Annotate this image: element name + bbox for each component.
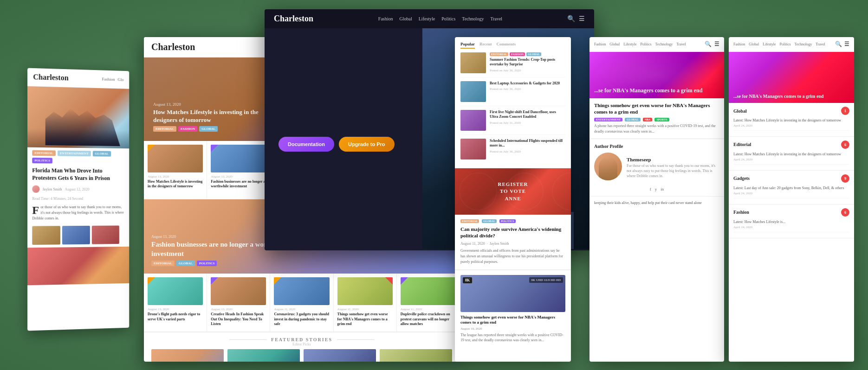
social-twitter[interactable]: y	[655, 187, 657, 191]
author-name[interactable]: Themeseep	[627, 157, 719, 162]
category-gadgets: Gadgets 9 Latest: Last day of Ann sale: …	[729, 171, 854, 204]
hd-badge: 8K UHD 16:9 HD HD	[529, 277, 563, 283]
cat-editorial-name[interactable]: Editorial	[733, 142, 751, 147]
cat-global-name[interactable]: Global	[733, 108, 747, 114]
hero1-date: August 13, 2020	[153, 102, 283, 107]
card1-title: How Matches Lifestyle is investing in th…	[148, 179, 203, 189]
p4-tag-fa[interactable]: FASHION	[510, 52, 525, 56]
cat-gadgets-name[interactable]: Gadgets	[733, 176, 750, 181]
social-facebook[interactable]: f	[650, 187, 651, 191]
cat-editorial-item[interactable]: Latest: How Matches Lifestyle is investi…	[733, 152, 849, 165]
panel3-logo: Charleston	[274, 14, 313, 24]
panel5-article-main: Things somehow get even worse for NBA's …	[589, 98, 724, 139]
documentation-button[interactable]: Documentation	[279, 137, 334, 152]
card-2[interactable]: August 13, 2020 Fashion businesses are n…	[207, 141, 270, 199]
tag-editorial[interactable]: EDITORIAL	[32, 150, 56, 156]
p3-nav-technology[interactable]: Technology	[462, 16, 484, 21]
tab-popular[interactable]: Popular	[460, 42, 475, 49]
cat-global-item[interactable]: Latest: How Matches Lifestyle is investi…	[733, 118, 849, 131]
featured-card-4[interactable]: August 12, 2020 Florida Man Who Drove In…	[380, 349, 452, 362]
card-1[interactable]: August 13, 2020 How Matches Lifestyle is…	[144, 141, 207, 199]
p4-article-4[interactable]: Scheduled International Flights suspende…	[460, 139, 565, 163]
p4-tag-ed[interactable]: EDITORIAL	[490, 52, 508, 56]
ba-tag-po[interactable]: POLITICS	[499, 219, 516, 223]
ba-author: Jaylen Smith	[490, 242, 509, 246]
card-6[interactable]: August 13, 2020 Drone's flight path need…	[144, 274, 207, 332]
card-7[interactable]: August 13, 2020 Creative Heads In Fashio…	[207, 274, 270, 332]
p5-nav-politics[interactable]: Politics	[641, 42, 652, 46]
panel5-hero-title[interactable]: ...se for NBA's Managers comes to a grim…	[594, 87, 719, 95]
nav-global[interactable]: Glo	[117, 77, 123, 82]
tab-comments[interactable]: Comments	[497, 42, 516, 49]
thumbnail-2[interactable]	[62, 226, 90, 245]
p5-nav-technology[interactable]: Technology	[655, 42, 673, 46]
p5-tag-gl[interactable]: GLOBAL	[625, 118, 641, 121]
p4-tag-gl[interactable]: GLOBAL	[526, 52, 541, 56]
p5-tag-nba[interactable]: NBA	[643, 118, 653, 121]
thumbnail-3[interactable]	[92, 226, 119, 244]
p4-article-3[interactable]: First live Night-shift End Dancefloor, u…	[460, 110, 565, 135]
p6-nav-fashion[interactable]: Fashion	[733, 42, 745, 46]
search-icon[interactable]: 🔍	[567, 15, 575, 23]
p6-nav-global[interactable]: Global	[749, 42, 759, 46]
p5-menu-icon[interactable]: ☰	[714, 41, 719, 48]
p5-nav-lifestyle[interactable]: Lifestyle	[623, 42, 636, 46]
vote-banner[interactable]: REGISTER To VOTE AnnE	[455, 168, 571, 215]
p4-article-1[interactable]: EDITORIAL FASHION GLOBAL Summer Fashion …	[460, 52, 565, 77]
featured-card-3[interactable]: August 12, 2020 Last day of Ann sale: 20…	[304, 349, 376, 362]
hero1-tag-fa[interactable]: FASHION	[178, 126, 197, 132]
cat-gadgets-item[interactable]: Latest: Last day of Ann sale: 20 gadgets…	[733, 185, 849, 198]
p5-search-icon[interactable]: 🔍	[705, 41, 712, 48]
p6-menu-icon[interactable]: ☰	[844, 41, 849, 48]
p6-nav-technology[interactable]: Technology	[795, 42, 812, 46]
p5-tag-ent[interactable]: ENTERTAINMENT	[594, 118, 622, 121]
p5-nav-fashion[interactable]: Fashion	[594, 42, 606, 46]
fc3-thumb	[304, 349, 376, 362]
ba-tag-ed[interactable]: EDITORIAL	[460, 219, 479, 223]
social-linkedin[interactable]: in	[661, 187, 664, 191]
panel6-hero-title[interactable]: ...se for NBA's Managers comes to a grim…	[733, 93, 849, 99]
p6-nav-lifestyle[interactable]: Lifestyle	[763, 42, 776, 46]
p4-article-2[interactable]: Best Laptop Accessories & Gadgets for 20…	[460, 81, 565, 106]
card-8[interactable]: August 11, 2020 Coronavirus: 3 gadgets y…	[270, 274, 333, 332]
nav-fashion[interactable]: Fashion	[102, 77, 115, 82]
menu-icon[interactable]: ☰	[579, 15, 585, 23]
tag-politics[interactable]: POLITICS	[32, 158, 52, 164]
p5-nba-title[interactable]: Things somehow get even worse for NBA's …	[594, 102, 719, 115]
p5-tag-sp[interactable]: SPORTS	[654, 118, 669, 121]
featured-card-2[interactable]: August 13, 2020 Fashion businesses are n…	[227, 349, 300, 362]
third-article-title[interactable]: Things somehow get even worse for NBA's …	[460, 315, 565, 325]
hero1-title[interactable]: How Matches Lifestyle is investing in th…	[153, 108, 283, 124]
p3-nav-lifestyle[interactable]: Lifestyle	[419, 16, 435, 21]
cat-fashion-name[interactable]: Fashion	[733, 210, 749, 215]
p5-nav-global[interactable]: Global	[609, 42, 620, 46]
hero1-tag-gl[interactable]: GLOBAL	[199, 126, 218, 132]
featured-card-1[interactable]: August 13, 2020 How Matches Lifestyle is…	[151, 349, 224, 362]
p3-nav-global[interactable]: Global	[400, 16, 412, 21]
card9-date: August 11, 2020	[337, 307, 393, 311]
p6-nav-politics[interactable]: Politics	[780, 42, 791, 46]
ba-tag-gl[interactable]: GLOBAL	[482, 219, 497, 223]
third-article-thumb: 8K 8K UHD 16:9 HD HD	[460, 275, 565, 312]
upgrade-button[interactable]: Upgrade to Pro	[339, 137, 394, 152]
p6-nav-travel[interactable]: Travel	[816, 42, 825, 46]
p3-nav-fashion[interactable]: Fashion	[378, 16, 393, 21]
p6-search-icon[interactable]: 🔍	[835, 41, 842, 48]
p5-nav-travel[interactable]: Travel	[676, 42, 686, 46]
hero2-tag-po[interactable]: POLITICS	[197, 261, 217, 266]
card-10[interactable]: August 11, 2020 Dupleville police crackd…	[397, 274, 460, 332]
cat-fashion-item[interactable]: Latest: How Matches Lifestyle is... Apri…	[733, 219, 849, 232]
tab-recent[interactable]: Recent	[479, 42, 492, 49]
hero1-tag-ed[interactable]: EDITORIAL	[153, 126, 176, 132]
p3-nav-politics[interactable]: Politics	[441, 16, 455, 21]
tag-global[interactable]: GLOBAL	[93, 151, 111, 156]
card-9[interactable]: August 11, 2020 Things somehow get even …	[334, 274, 397, 332]
tag-entertainment[interactable]: ENTERTAINMENT	[58, 150, 91, 156]
featured-subtitle: Editor Picks	[292, 342, 311, 346]
hero2-tag-ed[interactable]: EDITORIAL	[151, 261, 175, 266]
p4-info-2: Best Laptop Accessories & Gadgets for 20…	[490, 81, 565, 102]
hero2-tag-gl[interactable]: GLOBAL	[176, 261, 195, 266]
thumbnail-1[interactable]	[32, 226, 60, 245]
p3-nav-travel[interactable]: Travel	[490, 16, 502, 21]
ba-title[interactable]: Can majority rule survive America's wide…	[460, 226, 565, 239]
